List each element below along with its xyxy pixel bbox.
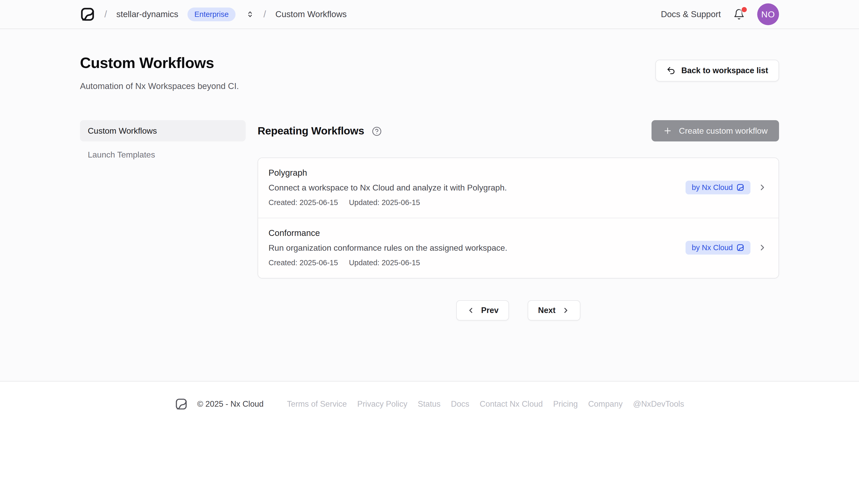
nx-logo-icon[interactable] xyxy=(80,7,95,22)
workflow-name: Conformance xyxy=(269,228,685,238)
workflow-description: Run organization conformance rules on th… xyxy=(269,243,685,253)
workflow-updated-date: Updated: 2025-06-15 xyxy=(349,259,420,267)
workflow-description: Connect a workspace to Nx Cloud and anal… xyxy=(269,183,685,193)
help-icon[interactable] xyxy=(372,126,382,136)
by-nx-cloud-badge[interactable]: by Nx Cloud xyxy=(685,181,751,194)
footer-link-company[interactable]: Company xyxy=(588,399,623,409)
app-shell: / stellar-dynamics Enterprise / Custom W… xyxy=(0,0,859,382)
back-button-label: Back to workspace list xyxy=(681,66,768,75)
chevron-right-icon[interactable] xyxy=(758,183,767,192)
page-footer: © 2025 - Nx Cloud Terms of Service Priva… xyxy=(0,382,859,503)
page-title: Custom Workflows xyxy=(80,54,239,71)
create-button-label: Create custom workflow xyxy=(679,126,768,136)
breadcrumb-separator: / xyxy=(263,9,266,20)
next-page-button[interactable]: Next xyxy=(528,300,581,321)
chevron-right-icon xyxy=(562,306,570,315)
badge-label: by Nx Cloud xyxy=(692,243,733,252)
footer-link-docs[interactable]: Docs xyxy=(451,399,469,409)
back-to-workspace-list-button[interactable]: Back to workspace list xyxy=(655,60,779,81)
top-navbar: / stellar-dynamics Enterprise / Custom W… xyxy=(0,0,859,29)
chevron-left-icon xyxy=(467,306,475,315)
settings-sidebar: Custom Workflows Launch Templates xyxy=(80,120,246,165)
workflow-created-date: Created: 2025-06-15 xyxy=(269,198,338,207)
avatar[interactable]: NO xyxy=(757,3,779,25)
return-arrow-icon xyxy=(666,66,676,75)
footer-link-privacy[interactable]: Privacy Policy xyxy=(357,399,407,409)
nx-logo-footer-icon xyxy=(175,398,188,411)
breadcrumb: / stellar-dynamics Enterprise / Custom W… xyxy=(80,7,347,22)
section-title: Repeating Workflows xyxy=(258,125,364,137)
chevron-right-icon[interactable] xyxy=(758,243,767,252)
docs-support-link[interactable]: Docs & Support xyxy=(661,9,721,19)
nx-logo-mini-icon xyxy=(736,244,744,251)
notification-dot xyxy=(742,7,747,12)
footer-links: Terms of Service Privacy Policy Status D… xyxy=(287,399,684,409)
pagination: Prev Next xyxy=(258,300,779,321)
workflow-row-conformance[interactable]: Conformance Run organization conformance… xyxy=(258,218,779,278)
next-button-label: Next xyxy=(538,306,555,315)
copyright-text: © 2025 - Nx Cloud xyxy=(197,399,263,409)
footer-link-terms[interactable]: Terms of Service xyxy=(287,399,347,409)
prev-page-button[interactable]: Prev xyxy=(456,300,509,321)
sidebar-item-label: Launch Templates xyxy=(88,150,155,159)
create-custom-workflow-button[interactable]: Create custom workflow xyxy=(651,120,779,141)
plus-icon xyxy=(663,126,672,136)
sidebar-item-launch-templates[interactable]: Launch Templates xyxy=(80,144,246,165)
breadcrumb-separator: / xyxy=(104,9,107,20)
footer-link-contact[interactable]: Contact Nx Cloud xyxy=(480,399,543,409)
page-header: Custom Workflows Automation of Nx Worksp… xyxy=(80,54,239,91)
workspace-name[interactable]: stellar-dynamics xyxy=(116,9,178,19)
footer-link-status[interactable]: Status xyxy=(418,399,441,409)
plan-badge: Enterprise xyxy=(187,7,235,21)
breadcrumb-current-page[interactable]: Custom Workflows xyxy=(275,9,347,19)
badge-label: by Nx Cloud xyxy=(692,183,733,192)
sidebar-item-custom-workflows[interactable]: Custom Workflows xyxy=(80,120,246,141)
workflow-created-date: Created: 2025-06-15 xyxy=(269,259,338,267)
workspace-switcher-icon[interactable] xyxy=(246,10,254,18)
page-subtitle: Automation of Nx Workspaces beyond CI. xyxy=(80,81,239,91)
notifications-bell-icon[interactable] xyxy=(733,9,745,20)
footer-link-pricing[interactable]: Pricing xyxy=(553,399,578,409)
workflows-list-card: Polygraph Connect a workspace to Nx Clou… xyxy=(258,157,779,278)
nx-logo-mini-icon xyxy=(736,183,744,191)
sidebar-item-label: Custom Workflows xyxy=(88,126,157,136)
workflow-updated-date: Updated: 2025-06-15 xyxy=(349,198,420,207)
workflow-row-polygraph[interactable]: Polygraph Connect a workspace to Nx Clou… xyxy=(258,158,779,218)
prev-button-label: Prev xyxy=(481,306,499,315)
by-nx-cloud-badge[interactable]: by Nx Cloud xyxy=(685,241,751,255)
footer-link-twitter[interactable]: @NxDevTools xyxy=(633,399,684,409)
workflow-name: Polygraph xyxy=(269,168,685,178)
